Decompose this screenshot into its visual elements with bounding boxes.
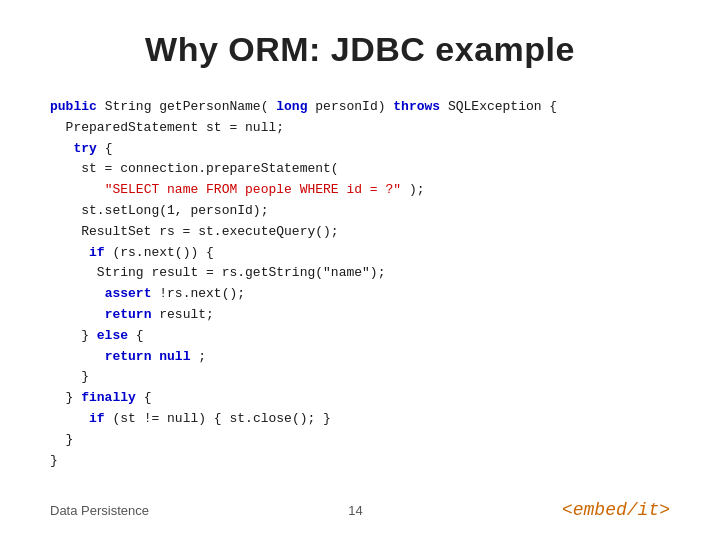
code-text: PreparedStatement st = null;	[50, 120, 284, 135]
code-text: ResultSet rs = st.executeQuery();	[50, 224, 339, 239]
code-text: {	[136, 328, 144, 343]
code-text: (rs.next()) {	[112, 245, 213, 260]
code-text: }	[50, 432, 73, 447]
code-text: SQLException {	[448, 99, 557, 114]
keyword-finally: finally	[81, 390, 136, 405]
footer-label: Data Persistence	[50, 503, 149, 518]
code-line-5: "SELECT name FROM people WHERE id = ?" )…	[50, 180, 670, 201]
code-text	[50, 141, 66, 156]
slide-title: Why ORM: JDBC example	[50, 30, 670, 69]
code-text: }	[50, 390, 81, 405]
keyword-else: else	[97, 328, 128, 343]
code-line-11: return result;	[50, 305, 670, 326]
code-text: }	[50, 328, 97, 343]
code-text: }	[50, 369, 89, 384]
slide: Why ORM: JDBC example public String getP…	[0, 0, 720, 540]
code-text	[50, 411, 81, 426]
keyword-public: public	[50, 99, 97, 114]
code-line-15: } finally {	[50, 388, 670, 409]
code-text	[50, 349, 97, 364]
code-text: ;	[198, 349, 206, 364]
code-line-17: }	[50, 430, 670, 451]
code-text	[50, 307, 97, 322]
code-line-1: public String getPersonName( long person…	[50, 97, 670, 118]
code-line-18: }	[50, 451, 670, 472]
code-text: String result = rs.getString("name");	[50, 265, 385, 280]
keyword-if2: if	[89, 411, 105, 426]
code-line-16: if (st != null) { st.close(); }	[50, 409, 670, 430]
code-text: st = connection.prepareStatement(	[50, 161, 339, 176]
code-line-7: ResultSet rs = st.executeQuery();	[50, 222, 670, 243]
code-line-4: st = connection.prepareStatement(	[50, 159, 670, 180]
code-text: getPersonName(	[159, 99, 268, 114]
keyword-try: try	[73, 141, 96, 156]
code-text: );	[409, 182, 425, 197]
code-line-2: PreparedStatement st = null;	[50, 118, 670, 139]
keyword-throws: throws	[393, 99, 440, 114]
code-line-6: st.setLong(1, personId);	[50, 201, 670, 222]
code-text: }	[50, 453, 58, 468]
code-text: st.setLong(1, personId);	[50, 203, 268, 218]
code-line-12: } else {	[50, 326, 670, 347]
code-text: String	[105, 99, 160, 114]
code-text	[50, 245, 81, 260]
code-text: {	[144, 390, 152, 405]
keyword-null: null	[159, 349, 190, 364]
code-line-8: if (rs.next()) {	[50, 243, 670, 264]
code-text: {	[105, 141, 113, 156]
keyword-assert: assert	[105, 286, 152, 301]
code-line-3: try {	[50, 139, 670, 160]
code-block: public String getPersonName( long person…	[50, 97, 670, 471]
keyword-if: if	[89, 245, 105, 260]
slide-footer: Data Persistence 14 <embed/it>	[50, 500, 670, 520]
code-text	[50, 286, 97, 301]
brand-embed: embed	[573, 500, 627, 520]
code-text: result;	[159, 307, 214, 322]
code-text: personId)	[315, 99, 393, 114]
code-line-9: String result = rs.getString("name");	[50, 263, 670, 284]
footer-brand: <embed/it>	[562, 500, 670, 520]
keyword-return2: return	[105, 349, 152, 364]
code-text: !rs.next();	[159, 286, 245, 301]
code-line-13: return null ;	[50, 347, 670, 368]
footer-page-number: 14	[348, 503, 362, 518]
code-text	[50, 182, 97, 197]
string-sql: "SELECT name FROM people WHERE id = ?"	[105, 182, 401, 197]
code-line-10: assert !rs.next();	[50, 284, 670, 305]
brand-it: it	[638, 500, 660, 520]
keyword-return: return	[105, 307, 152, 322]
keyword-long: long	[276, 99, 307, 114]
code-line-14: }	[50, 367, 670, 388]
code-text: (st != null) { st.close(); }	[112, 411, 330, 426]
